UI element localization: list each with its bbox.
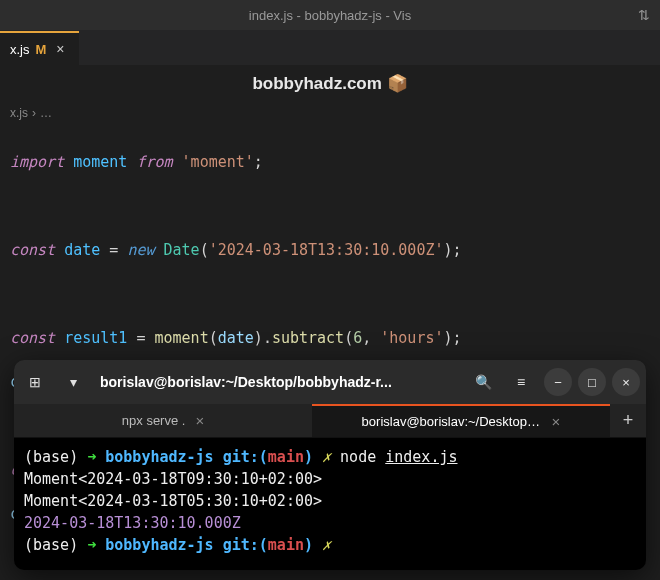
terminal-window: ⊞ ▾ borislav@borislav:~/Desktop/bobbyhad…: [14, 360, 646, 570]
close-icon: ×: [622, 375, 630, 390]
search-icon: 🔍: [475, 374, 492, 390]
tab-filename: x.js: [10, 42, 30, 57]
terminal-line: (base) ➜ bobbyhadz-js git:(main) ✗: [24, 534, 636, 556]
chevron-down-icon: ▾: [70, 374, 77, 390]
maximize-icon: □: [588, 375, 596, 390]
terminal-tab-shell[interactable]: borislav@borislav:~/Desktop/b... ×: [312, 404, 610, 437]
new-tab-icon: ⊞: [29, 374, 41, 390]
terminal-output-line: 2024-03-18T13:30:10.000Z: [24, 512, 636, 534]
code-line: [10, 283, 650, 305]
code-line: const result1 = moment(date).subtract(6,…: [10, 327, 650, 349]
tab-menu-button[interactable]: ▾: [58, 367, 88, 397]
branding-text: bobbyhadz.com 📦: [252, 73, 407, 94]
terminal-body[interactable]: (base) ➜ bobbyhadz-js git:(main) ✗ node …: [14, 438, 646, 570]
terminal-tab-label: borislav@borislav:~/Desktop/b...: [362, 414, 542, 429]
compare-icon[interactable]: ⇅: [638, 7, 650, 23]
terminal-tab-label: npx serve .: [122, 413, 186, 428]
minimize-icon: −: [554, 375, 562, 390]
breadcrumb-sep: ›: [32, 106, 36, 120]
terminal-output-line: Moment<2024-03-18T05:30:10+02:00>: [24, 490, 636, 512]
code-line: import moment from 'moment';: [10, 151, 650, 173]
window-titlebar: index.js - bobbyhadz-js - Vis ⇅: [0, 0, 660, 30]
tab-close-icon[interactable]: ×: [52, 41, 68, 57]
tab-modified-indicator: M: [36, 42, 47, 57]
close-button[interactable]: ×: [612, 368, 640, 396]
breadcrumb-more: …: [40, 106, 52, 120]
minimize-button[interactable]: −: [544, 368, 572, 396]
terminal-title: borislav@borislav:~/Desktop/bobbyhadz-r.…: [96, 374, 460, 390]
breadcrumb[interactable]: x.js › …: [0, 101, 660, 125]
code-line: const date = new Date('2024-03-18T13:30:…: [10, 239, 650, 261]
new-tab-button[interactable]: ⊞: [20, 367, 50, 397]
editor-tab-row: x.js M ×: [0, 30, 660, 66]
terminal-output-line: Moment<2024-03-18T09:30:10+02:00>: [24, 468, 636, 490]
terminal-tab-row: npx serve . × borislav@borislav:~/Deskto…: [14, 404, 646, 438]
plus-icon: +: [623, 410, 634, 431]
terminal-add-tab-button[interactable]: +: [610, 404, 646, 437]
hamburger-button[interactable]: ≡: [506, 367, 536, 397]
branding-bar: bobbyhadz.com 📦: [0, 66, 660, 101]
terminal-line: (base) ➜ bobbyhadz-js git:(main) ✗ node …: [24, 446, 636, 468]
terminal-tab-serve[interactable]: npx serve . ×: [14, 404, 312, 437]
terminal-tab-close-icon[interactable]: ×: [552, 413, 561, 430]
breadcrumb-file: x.js: [10, 106, 28, 120]
terminal-tab-close-icon[interactable]: ×: [195, 412, 204, 429]
window-title: index.js - bobbyhadz-js - Vis: [249, 8, 411, 23]
editor-tab-indexjs[interactable]: x.js M ×: [0, 31, 79, 65]
hamburger-icon: ≡: [517, 374, 525, 390]
code-line: [10, 195, 650, 217]
terminal-header: ⊞ ▾ borislav@borislav:~/Desktop/bobbyhad…: [14, 360, 646, 404]
maximize-button[interactable]: □: [578, 368, 606, 396]
search-button[interactable]: 🔍: [468, 367, 498, 397]
